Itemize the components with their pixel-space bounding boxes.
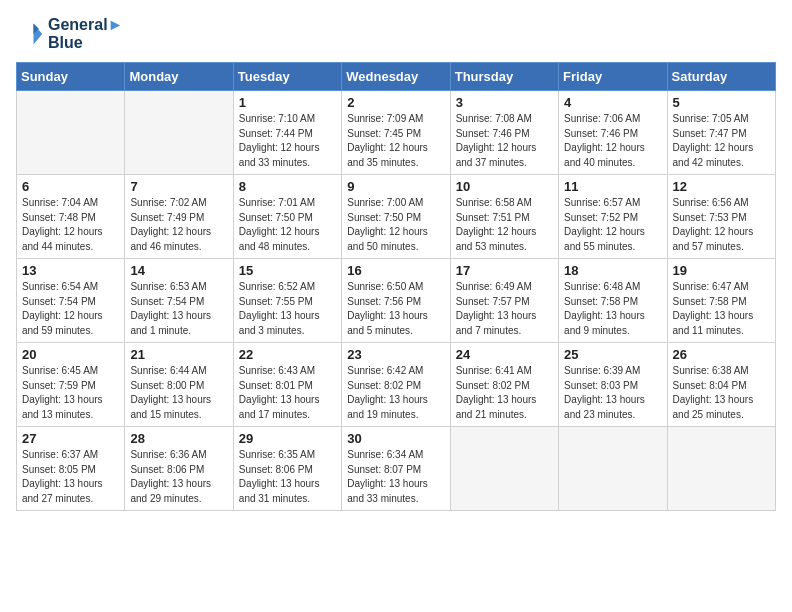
day-info: Sunrise: 6:57 AM Sunset: 7:52 PM Dayligh… bbox=[564, 196, 661, 254]
day-info: Sunrise: 7:06 AM Sunset: 7:46 PM Dayligh… bbox=[564, 112, 661, 170]
logo-text: General► Blue bbox=[48, 16, 123, 52]
logo-icon bbox=[16, 20, 44, 48]
day-number: 6 bbox=[22, 179, 119, 194]
calendar-cell-w2-d2: 8Sunrise: 7:01 AM Sunset: 7:50 PM Daylig… bbox=[233, 175, 341, 259]
day-number: 25 bbox=[564, 347, 661, 362]
calendar-cell-w3-d6: 19Sunrise: 6:47 AM Sunset: 7:58 PM Dayli… bbox=[667, 259, 775, 343]
calendar-cell-w2-d5: 11Sunrise: 6:57 AM Sunset: 7:52 PM Dayli… bbox=[559, 175, 667, 259]
day-info: Sunrise: 6:45 AM Sunset: 7:59 PM Dayligh… bbox=[22, 364, 119, 422]
calendar-cell-w4-d3: 23Sunrise: 6:42 AM Sunset: 8:02 PM Dayli… bbox=[342, 343, 450, 427]
day-info: Sunrise: 6:38 AM Sunset: 8:04 PM Dayligh… bbox=[673, 364, 770, 422]
day-number: 26 bbox=[673, 347, 770, 362]
calendar-cell-w4-d4: 24Sunrise: 6:41 AM Sunset: 8:02 PM Dayli… bbox=[450, 343, 558, 427]
day-info: Sunrise: 7:04 AM Sunset: 7:48 PM Dayligh… bbox=[22, 196, 119, 254]
day-number: 5 bbox=[673, 95, 770, 110]
weekday-header-tuesday: Tuesday bbox=[233, 63, 341, 91]
day-number: 18 bbox=[564, 263, 661, 278]
day-number: 7 bbox=[130, 179, 227, 194]
week-row-5: 27Sunrise: 6:37 AM Sunset: 8:05 PM Dayli… bbox=[17, 427, 776, 511]
calendar-cell-w3-d4: 17Sunrise: 6:49 AM Sunset: 7:57 PM Dayli… bbox=[450, 259, 558, 343]
day-number: 28 bbox=[130, 431, 227, 446]
calendar-cell-w4-d0: 20Sunrise: 6:45 AM Sunset: 7:59 PM Dayli… bbox=[17, 343, 125, 427]
week-row-2: 6Sunrise: 7:04 AM Sunset: 7:48 PM Daylig… bbox=[17, 175, 776, 259]
day-number: 16 bbox=[347, 263, 444, 278]
day-info: Sunrise: 6:36 AM Sunset: 8:06 PM Dayligh… bbox=[130, 448, 227, 506]
day-number: 14 bbox=[130, 263, 227, 278]
day-number: 17 bbox=[456, 263, 553, 278]
weekday-header-saturday: Saturday bbox=[667, 63, 775, 91]
day-info: Sunrise: 7:01 AM Sunset: 7:50 PM Dayligh… bbox=[239, 196, 336, 254]
day-number: 20 bbox=[22, 347, 119, 362]
day-info: Sunrise: 6:56 AM Sunset: 7:53 PM Dayligh… bbox=[673, 196, 770, 254]
day-number: 3 bbox=[456, 95, 553, 110]
logo: General► Blue bbox=[16, 16, 123, 52]
calendar-cell-w5-d2: 29Sunrise: 6:35 AM Sunset: 8:06 PM Dayli… bbox=[233, 427, 341, 511]
week-row-1: 1Sunrise: 7:10 AM Sunset: 7:44 PM Daylig… bbox=[17, 91, 776, 175]
calendar-cell-w4-d2: 22Sunrise: 6:43 AM Sunset: 8:01 PM Dayli… bbox=[233, 343, 341, 427]
calendar-cell-w1-d5: 4Sunrise: 7:06 AM Sunset: 7:46 PM Daylig… bbox=[559, 91, 667, 175]
calendar-cell-w5-d5 bbox=[559, 427, 667, 511]
calendar-cell-w5-d0: 27Sunrise: 6:37 AM Sunset: 8:05 PM Dayli… bbox=[17, 427, 125, 511]
day-number: 15 bbox=[239, 263, 336, 278]
day-info: Sunrise: 6:49 AM Sunset: 7:57 PM Dayligh… bbox=[456, 280, 553, 338]
calendar-cell-w4-d6: 26Sunrise: 6:38 AM Sunset: 8:04 PM Dayli… bbox=[667, 343, 775, 427]
calendar-cell-w2-d6: 12Sunrise: 6:56 AM Sunset: 7:53 PM Dayli… bbox=[667, 175, 775, 259]
day-info: Sunrise: 6:43 AM Sunset: 8:01 PM Dayligh… bbox=[239, 364, 336, 422]
calendar-cell-w4-d1: 21Sunrise: 6:44 AM Sunset: 8:00 PM Dayli… bbox=[125, 343, 233, 427]
weekday-header-sunday: Sunday bbox=[17, 63, 125, 91]
calendar-cell-w3-d5: 18Sunrise: 6:48 AM Sunset: 7:58 PM Dayli… bbox=[559, 259, 667, 343]
day-info: Sunrise: 6:47 AM Sunset: 7:58 PM Dayligh… bbox=[673, 280, 770, 338]
calendar-cell-w5-d4 bbox=[450, 427, 558, 511]
week-row-4: 20Sunrise: 6:45 AM Sunset: 7:59 PM Dayli… bbox=[17, 343, 776, 427]
calendar-cell-w1-d3: 2Sunrise: 7:09 AM Sunset: 7:45 PM Daylig… bbox=[342, 91, 450, 175]
calendar-cell-w2-d0: 6Sunrise: 7:04 AM Sunset: 7:48 PM Daylig… bbox=[17, 175, 125, 259]
day-number: 11 bbox=[564, 179, 661, 194]
weekday-header-row: SundayMondayTuesdayWednesdayThursdayFrid… bbox=[17, 63, 776, 91]
calendar-cell-w2-d4: 10Sunrise: 6:58 AM Sunset: 7:51 PM Dayli… bbox=[450, 175, 558, 259]
day-info: Sunrise: 7:10 AM Sunset: 7:44 PM Dayligh… bbox=[239, 112, 336, 170]
calendar-cell-w5-d3: 30Sunrise: 6:34 AM Sunset: 8:07 PM Dayli… bbox=[342, 427, 450, 511]
weekday-header-friday: Friday bbox=[559, 63, 667, 91]
weekday-header-thursday: Thursday bbox=[450, 63, 558, 91]
day-number: 9 bbox=[347, 179, 444, 194]
week-row-3: 13Sunrise: 6:54 AM Sunset: 7:54 PM Dayli… bbox=[17, 259, 776, 343]
calendar-cell-w3-d0: 13Sunrise: 6:54 AM Sunset: 7:54 PM Dayli… bbox=[17, 259, 125, 343]
day-info: Sunrise: 6:39 AM Sunset: 8:03 PM Dayligh… bbox=[564, 364, 661, 422]
day-info: Sunrise: 7:02 AM Sunset: 7:49 PM Dayligh… bbox=[130, 196, 227, 254]
day-info: Sunrise: 6:50 AM Sunset: 7:56 PM Dayligh… bbox=[347, 280, 444, 338]
calendar-cell-w1-d2: 1Sunrise: 7:10 AM Sunset: 7:44 PM Daylig… bbox=[233, 91, 341, 175]
weekday-header-wednesday: Wednesday bbox=[342, 63, 450, 91]
day-info: Sunrise: 7:09 AM Sunset: 7:45 PM Dayligh… bbox=[347, 112, 444, 170]
day-info: Sunrise: 6:42 AM Sunset: 8:02 PM Dayligh… bbox=[347, 364, 444, 422]
calendar-cell-w5-d1: 28Sunrise: 6:36 AM Sunset: 8:06 PM Dayli… bbox=[125, 427, 233, 511]
day-number: 4 bbox=[564, 95, 661, 110]
day-number: 10 bbox=[456, 179, 553, 194]
calendar-cell-w5-d6 bbox=[667, 427, 775, 511]
day-info: Sunrise: 7:05 AM Sunset: 7:47 PM Dayligh… bbox=[673, 112, 770, 170]
calendar-cell-w1-d1 bbox=[125, 91, 233, 175]
day-number: 30 bbox=[347, 431, 444, 446]
calendar-table: SundayMondayTuesdayWednesdayThursdayFrid… bbox=[16, 62, 776, 511]
day-info: Sunrise: 6:41 AM Sunset: 8:02 PM Dayligh… bbox=[456, 364, 553, 422]
calendar-cell-w4-d5: 25Sunrise: 6:39 AM Sunset: 8:03 PM Dayli… bbox=[559, 343, 667, 427]
day-number: 2 bbox=[347, 95, 444, 110]
day-info: Sunrise: 6:34 AM Sunset: 8:07 PM Dayligh… bbox=[347, 448, 444, 506]
day-number: 29 bbox=[239, 431, 336, 446]
day-number: 12 bbox=[673, 179, 770, 194]
day-number: 19 bbox=[673, 263, 770, 278]
page-header: General► Blue bbox=[16, 16, 776, 52]
day-number: 21 bbox=[130, 347, 227, 362]
day-info: Sunrise: 6:53 AM Sunset: 7:54 PM Dayligh… bbox=[130, 280, 227, 338]
day-info: Sunrise: 6:35 AM Sunset: 8:06 PM Dayligh… bbox=[239, 448, 336, 506]
day-number: 24 bbox=[456, 347, 553, 362]
day-info: Sunrise: 6:44 AM Sunset: 8:00 PM Dayligh… bbox=[130, 364, 227, 422]
weekday-header-monday: Monday bbox=[125, 63, 233, 91]
calendar-cell-w1-d4: 3Sunrise: 7:08 AM Sunset: 7:46 PM Daylig… bbox=[450, 91, 558, 175]
calendar-cell-w3-d2: 15Sunrise: 6:52 AM Sunset: 7:55 PM Dayli… bbox=[233, 259, 341, 343]
day-number: 8 bbox=[239, 179, 336, 194]
calendar-cell-w3-d3: 16Sunrise: 6:50 AM Sunset: 7:56 PM Dayli… bbox=[342, 259, 450, 343]
day-number: 22 bbox=[239, 347, 336, 362]
calendar-cell-w2-d1: 7Sunrise: 7:02 AM Sunset: 7:49 PM Daylig… bbox=[125, 175, 233, 259]
day-info: Sunrise: 6:52 AM Sunset: 7:55 PM Dayligh… bbox=[239, 280, 336, 338]
day-number: 27 bbox=[22, 431, 119, 446]
